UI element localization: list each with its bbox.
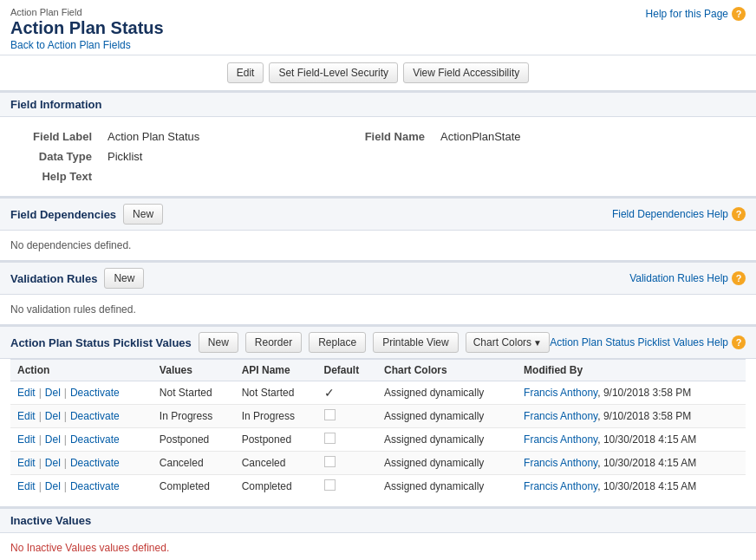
del-link[interactable]: Del (45, 480, 61, 492)
no-rules-text: No validation rules defined. (10, 303, 136, 316)
chart-colors-cell: Assigned dynamically (377, 452, 517, 475)
main-toolbar: Edit Set Field-Level Security View Field… (0, 55, 756, 91)
del-link[interactable]: Del (45, 433, 61, 446)
page-header: Action Plan Field Action Plan Status Bac… (0, 0, 756, 55)
sep-icon: | (64, 480, 67, 492)
default-cell (317, 475, 377, 498)
picklist-section: Action Plan Status Picklist Values New R… (0, 325, 756, 507)
modified-by-cell: Francis Anthony, 9/10/2018 3:58 PM (517, 405, 746, 428)
chart-colors-cell: Assigned dynamically (377, 475, 517, 498)
page-title: Action Plan Status (10, 17, 164, 38)
picklist-title: Action Plan Status Picklist Values (10, 336, 192, 349)
help-text-row: Help Text (12, 167, 744, 186)
back-link[interactable]: Back to Action Plan Fields (10, 39, 131, 51)
sep-icon: | (64, 387, 67, 399)
deactivate-link[interactable]: Deactivate (70, 433, 120, 446)
edit-link[interactable]: Edit (17, 480, 36, 492)
api-name-cell: In Progress (235, 405, 317, 428)
sep-icon: | (64, 433, 67, 446)
field-accessibility-button[interactable]: View Field Accessibility (403, 62, 529, 83)
field-dependencies-section: Field Dependencies New Field Dependencie… (0, 197, 756, 261)
edit-button[interactable]: Edit (227, 62, 264, 83)
picklist-replace-button[interactable]: Replace (309, 332, 366, 353)
help-text-key: Help Text (12, 167, 99, 186)
validation-rules-header: Validation Rules New Validation Rules He… (0, 261, 756, 295)
field-deps-header-left: Field Dependencies New (10, 204, 163, 225)
table-row: Edit|Del|DeactivateCanceledCanceledAssig… (10, 452, 746, 475)
deactivate-link[interactable]: Deactivate (70, 387, 120, 399)
api-name-cell: Not Started (235, 381, 317, 405)
empty-checkbox[interactable] (324, 479, 336, 491)
field-security-button[interactable]: Set Field-Level Security (269, 62, 398, 83)
modified-by-link[interactable]: Francis Anthony (524, 387, 597, 399)
modified-by-link[interactable]: Francis Anthony (524, 433, 597, 446)
field-deps-help-link[interactable]: Field Dependencies Help (612, 208, 728, 220)
action-cell: Edit|Del|Deactivate (10, 475, 153, 498)
field-deps-new-button[interactable]: New (123, 204, 163, 225)
field-label-key: Field Label (12, 127, 99, 146)
api-name-cell: Postponed (235, 428, 317, 452)
help-text-value (101, 167, 343, 186)
default-cell: ✓ (317, 381, 377, 405)
picklist-table: Action Values API Name Default Chart Col… (10, 359, 746, 498)
edit-link[interactable]: Edit (17, 457, 36, 469)
no-deps-text: No dependencies defined. (10, 239, 131, 251)
del-link[interactable]: Del (45, 457, 61, 469)
edit-link[interactable]: Edit (17, 433, 36, 446)
del-link[interactable]: Del (45, 387, 61, 399)
modified-by-link[interactable]: Francis Anthony (524, 457, 597, 469)
dropdown-arrow-icon: ▼ (533, 338, 542, 348)
validation-rules-section: Validation Rules New Validation Rules He… (0, 261, 756, 325)
value-cell: Not Started (153, 381, 235, 405)
picklist-help-icon: ? (732, 335, 746, 349)
edit-link[interactable]: Edit (17, 387, 36, 399)
validation-rules-help-link[interactable]: Validation Rules Help (629, 272, 728, 284)
help-link[interactable]: Help for this Page ? (646, 7, 746, 21)
deactivate-link[interactable]: Deactivate (70, 457, 120, 469)
picklist-help-link[interactable]: Action Plan Status Picklist Values Help (550, 336, 728, 348)
picklist-new-button[interactable]: New (199, 332, 238, 353)
action-cell: Edit|Del|Deactivate (10, 405, 153, 428)
empty-checkbox[interactable] (324, 456, 336, 467)
validation-rules-new-button[interactable]: New (104, 268, 144, 289)
sep-icon: | (39, 480, 42, 492)
picklist-table-header-row: Action Values API Name Default Chart Col… (10, 360, 746, 381)
field-dependencies-title: Field Dependencies (10, 208, 116, 221)
edit-link[interactable]: Edit (17, 410, 36, 422)
no-inactive-text: No Inactive Values values defined. (10, 542, 169, 554)
chart-colors-button[interactable]: Chart Colors ▼ (466, 332, 550, 353)
modified-by-link[interactable]: Francis Anthony (524, 410, 597, 422)
col-modified-by: Modified By (517, 360, 746, 381)
picklist-header-left: Action Plan Status Picklist Values New R… (10, 332, 550, 353)
field-info-table: Field Label Action Plan Status Field Nam… (10, 126, 746, 187)
del-link[interactable]: Del (45, 410, 61, 422)
value-cell: Canceled (153, 452, 235, 475)
field-label-value: Action Plan Status (101, 127, 343, 146)
empty-checkbox[interactable] (324, 433, 336, 444)
deactivate-link[interactable]: Deactivate (70, 410, 120, 422)
empty-checkbox[interactable] (324, 409, 336, 420)
checkmark-icon: ✓ (324, 386, 335, 400)
sep-icon: | (39, 457, 42, 469)
default-cell (317, 452, 377, 475)
modified-by-link[interactable]: Francis Anthony (524, 480, 597, 492)
modified-by-cell: Francis Anthony, 10/30/2018 4:15 AM (517, 452, 746, 475)
picklist-help[interactable]: Action Plan Status Picklist Values Help … (550, 335, 746, 349)
picklist-reorder-button[interactable]: Reorder (245, 332, 302, 353)
col-chart-colors: Chart Colors (377, 360, 517, 381)
action-cell: Edit|Del|Deactivate (10, 428, 153, 452)
default-cell (317, 428, 377, 452)
inactive-values-header: Inactive Values (0, 507, 756, 533)
picklist-printable-button[interactable]: Printable View (373, 332, 459, 353)
help-link-text[interactable]: Help for this Page (646, 8, 728, 20)
deactivate-link[interactable]: Deactivate (70, 480, 120, 492)
field-deps-help[interactable]: Field Dependencies Help ? (612, 207, 746, 221)
sep-icon: | (64, 457, 67, 469)
value-cell: Postponed (153, 428, 235, 452)
breadcrumb-parent: Action Plan Field (10, 7, 164, 17)
sep-icon: | (64, 410, 67, 422)
table-row: Edit|Del|DeactivatePostponedPostponedAss… (10, 428, 746, 452)
col-api-name: API Name (235, 360, 317, 381)
validation-rules-title: Validation Rules (10, 272, 97, 285)
validation-rules-help[interactable]: Validation Rules Help ? (629, 271, 746, 285)
